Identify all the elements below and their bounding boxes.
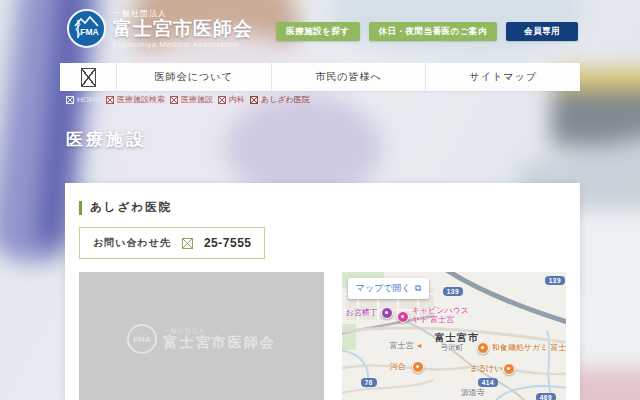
nav-item-sitemap[interactable]: サイトマップ — [426, 63, 580, 91]
fma-logo-icon: FMA — [70, 12, 103, 45]
breadcrumb-icon — [218, 96, 226, 104]
phone-number[interactable]: 25-7555 — [204, 236, 252, 250]
facility-columns: FMA 一般社団法人 富士宮市医師会 — [79, 272, 566, 400]
map-label-cabinhouse: キャビンハウス ヤド 富士宮 — [412, 307, 469, 325]
route-shield-139b: 139 — [545, 276, 565, 285]
org-type: 一般社団法人 — [113, 9, 253, 18]
header-buttons: 医療施設を探す 休日・夜間当番医のご案内 会員専用 — [276, 22, 578, 41]
breadcrumb-icon — [170, 96, 178, 104]
map-label-kawai: 河合 — [390, 363, 406, 372]
nav-home-button[interactable] — [60, 63, 116, 91]
contact-box: お問い合わせ先 25-7555 — [79, 227, 265, 259]
map-label-gendoji: 源道寺 — [461, 389, 485, 398]
breadcrumb: HOME 医療施設検索 医療施設 内科 あしざわ医院 — [66, 94, 310, 105]
facility-map[interactable]: マップで開く ⧉ お宮横丁 キャビンハウス ヤド 富士宮 富士宮市 富士宮◄ 弓… — [342, 272, 566, 400]
watermark-logo: FMA 一般社団法人 富士宮市医師会 — [79, 324, 324, 354]
route-shield-469: 469 — [536, 393, 556, 400]
open-map-button[interactable]: マップで開く ⧉ — [348, 278, 430, 299]
watermark-logo-icon: FMA — [127, 324, 157, 354]
facility-photo-placeholder: FMA 一般社団法人 富士宮市医師会 — [79, 272, 324, 400]
map-pin-kawai[interactable] — [412, 361, 424, 373]
site-header: FMA 一般社団法人 富士宮市医師会 Fujinomiya Medical As… — [0, 0, 640, 57]
breadcrumb-search[interactable]: 医療施設検索 — [106, 94, 165, 105]
map-label-yumizawa: 弓沢町 — [441, 344, 464, 352]
breadcrumb-facility[interactable]: 医療施設 — [170, 94, 213, 105]
org-name: 富士宮市医師会 — [113, 18, 253, 40]
breadcrumb-icon — [250, 96, 258, 104]
route-shield-414: 414 — [478, 378, 498, 387]
duty-doctor-button[interactable]: 休日・夜間当番医のご案内 — [369, 22, 497, 41]
nav-item-about[interactable]: 医師会について — [117, 63, 271, 91]
map-label-sagami: 和食麺処サガミ 富士宮 — [492, 344, 566, 353]
org-title-block: 一般社団法人 富士宮市医師会 Fujinomiya Medical Associ… — [113, 9, 253, 49]
phone-icon — [182, 238, 193, 249]
svg-text:FMA: FMA — [80, 27, 98, 37]
map-pin-cabinhouse[interactable] — [397, 311, 409, 323]
org-logo[interactable]: FMA — [67, 9, 106, 48]
map-pin-omiya[interactable] — [381, 307, 393, 319]
map-label-omiya: お宮横丁 — [346, 309, 378, 318]
members-only-button[interactable]: 会員専用 — [506, 22, 578, 41]
org-name-en: Fujinomiya Medical Association — [113, 40, 253, 49]
map-label-marukei: まるけい — [470, 365, 503, 374]
external-link-icon: ⧉ — [415, 283, 421, 294]
home-icon — [81, 68, 96, 87]
watermark-org-name: 富士宮市医師会 — [164, 335, 276, 350]
page: FMA 一般社団法人 富士宮市医師会 Fujinomiya Medical As… — [0, 0, 640, 400]
facility-heading: あしざわ医院 — [79, 200, 566, 215]
breadcrumb-current: あしざわ医院 — [250, 94, 310, 105]
breadcrumb-home[interactable]: HOME — [66, 95, 101, 104]
route-shield-139: 139 — [443, 287, 463, 296]
breadcrumb-internal-medicine[interactable]: 内科 — [218, 94, 245, 105]
page-title: 医療施設 — [66, 128, 146, 151]
breadcrumb-icon — [106, 96, 114, 104]
nav-item-citizens[interactable]: 市民の皆様へ — [272, 63, 426, 91]
main-nav: 医師会について 市民の皆様へ サイトマップ — [60, 63, 580, 91]
search-facility-button[interactable]: 医療施設を探す — [276, 22, 359, 41]
route-shield-76: 76 — [361, 378, 377, 387]
heading-accent-bar — [79, 201, 82, 215]
facility-card: あしざわ医院 お問い合わせ先 25-7555 FMA 一般社団法人 富士宮市医師… — [65, 183, 580, 400]
map-pin-marukei[interactable] — [503, 363, 515, 375]
map-pin-sagami[interactable] — [477, 342, 489, 354]
map-label-station: 富士宮◄ — [390, 342, 423, 351]
breadcrumb-icon — [66, 96, 74, 104]
facility-name: あしざわ医院 — [90, 200, 172, 215]
station-icon: ◄ — [416, 342, 423, 349]
map-label-city: 富士宮市 — [435, 332, 479, 343]
contact-label: お問い合わせ先 — [93, 236, 171, 250]
